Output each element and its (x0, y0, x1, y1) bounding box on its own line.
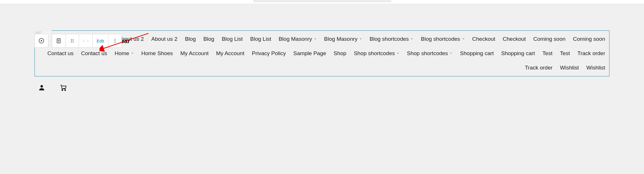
nav-item[interactable]: Wishlist (560, 65, 579, 71)
nav-item[interactable]: Shopping cart (501, 50, 535, 57)
page-icon (56, 38, 62, 44)
chevron-down-icon (359, 37, 362, 41)
chevron-down-icon (450, 51, 452, 55)
compass-icon (38, 38, 45, 44)
svg-point-14 (115, 42, 116, 43)
nav-item[interactable]: Blog List (222, 36, 243, 42)
nav-item-label: Blog List (222, 36, 243, 42)
nav-item[interactable]: Blog Masonry (324, 36, 362, 42)
chevron-down-icon (131, 51, 134, 55)
block-type-button[interactable] (35, 34, 48, 48)
svg-point-11 (73, 42, 73, 42)
edit-button-label: Edit (97, 38, 104, 43)
nav-item-label: Test (560, 50, 570, 57)
nav-item[interactable]: About us 2 (151, 36, 177, 42)
svg-point-12 (115, 39, 116, 40)
nav-item[interactable]: Wishlist (586, 65, 605, 71)
chevron-right-icon (86, 39, 89, 43)
nav-item-label: Blog shortcodes (421, 36, 460, 42)
nav-item[interactable]: Blog List (250, 36, 271, 42)
nav-item-label: Wishlist (560, 65, 579, 71)
nav-item-label: Wishlist (586, 65, 605, 71)
editor-top-bar (0, 0, 644, 4)
nav-item-label: My Account (180, 50, 209, 57)
nav-item-label: Shop shortcodes (354, 50, 395, 57)
svg-point-17 (65, 90, 66, 90)
nav-item-label: Sample Page (293, 50, 326, 57)
svg-point-16 (62, 90, 63, 90)
svg-point-7 (73, 39, 73, 40)
nav-item[interactable]: Blog shortcodes (370, 36, 413, 42)
more-options-button[interactable] (108, 34, 122, 48)
chevron-down-icon (410, 37, 413, 41)
nav-item[interactable]: Blog Masonry (279, 36, 317, 42)
nav-item-label: Coming soon (533, 36, 565, 42)
nav-item-label: Coming soon (573, 36, 605, 42)
more-vertical-icon (112, 38, 118, 43)
nav-item[interactable]: Shop shortcodes (354, 50, 400, 57)
svg-point-8 (71, 40, 72, 41)
nav-item[interactable]: Test (560, 50, 570, 57)
svg-point-15 (41, 85, 43, 88)
editor-canvas: Gear (0, 4, 644, 109)
drag-handle[interactable] (65, 34, 79, 48)
nav-item[interactable]: Privacy Policy (252, 50, 286, 57)
nav-item[interactable]: Shop shortcodes (407, 50, 453, 57)
nav-item-label: Shopping cart (501, 50, 535, 57)
chevron-down-icon (462, 37, 465, 41)
nav-item-label: Checkout (472, 36, 495, 42)
nav-item[interactable]: Coming soon (533, 36, 565, 42)
nav-item[interactable]: Contact us (47, 50, 74, 57)
chevron-down-icon (397, 51, 400, 55)
nav-item-label: Privacy Policy (252, 50, 286, 57)
nav-item[interactable]: Home (114, 50, 134, 57)
top-bar-placeholder (253, 0, 391, 2)
nav-item-label: Contact us (81, 50, 107, 57)
nav-item[interactable]: Shop (334, 50, 346, 57)
nav-item-label: Blog (203, 36, 214, 42)
nav-item[interactable]: Shopping cart (460, 50, 494, 57)
toolbar-segment: Edit (52, 34, 122, 48)
account-link[interactable] (38, 84, 45, 91)
drag-icon (70, 38, 75, 43)
nav-item-label: Home (114, 50, 129, 57)
nav-item[interactable]: Contact us (81, 50, 107, 57)
move-buttons[interactable] (79, 34, 93, 48)
cart-link[interactable] (59, 84, 67, 91)
nav-item[interactable]: Home Shoes (141, 50, 173, 57)
nav-item-label: Shop (334, 50, 346, 57)
svg-point-9 (73, 40, 73, 41)
chevron-down-icon (314, 37, 317, 41)
user-icon (38, 84, 45, 91)
nav-item-label: Track order (525, 65, 553, 71)
nav-item[interactable]: Track order (578, 50, 605, 57)
nav-item[interactable]: Blog (203, 36, 214, 42)
select-parent-button[interactable] (52, 34, 66, 48)
block-toolbar: Edit (35, 34, 122, 48)
nav-item-label: My Account (216, 50, 244, 57)
nav-item[interactable]: Blog (185, 36, 196, 42)
nav-item[interactable]: My Account (180, 50, 209, 57)
nav-item[interactable]: Test (542, 50, 553, 57)
nav-item[interactable]: Sample Page (293, 50, 326, 57)
nav-item[interactable]: Checkout (472, 36, 495, 42)
edit-button[interactable]: Edit (92, 34, 108, 48)
nav-item[interactable]: Blog shortcodes (421, 36, 465, 42)
nav-item-label: About us 2 (151, 36, 177, 42)
header-icons-row (35, 84, 609, 91)
nav-item-label: Shopping cart (460, 50, 494, 57)
nav-item-label: Contact us (47, 50, 74, 57)
nav-item-label: Blog shortcodes (370, 36, 409, 42)
nav-item[interactable]: Checkout (503, 36, 526, 42)
nav-item-label: Home Shoes (141, 50, 173, 57)
nav-item-label: Test (542, 50, 553, 57)
cart-icon (59, 84, 67, 91)
nav-item[interactable]: Track order (525, 65, 553, 71)
nav-item[interactable]: Coming soon (573, 36, 605, 42)
nav-item[interactable]: My Account (216, 50, 244, 57)
nav-item-label: Shop shortcodes (407, 50, 448, 57)
nav-item-label: Blog Masonry (279, 36, 312, 42)
nav-item-label: Blog (185, 36, 196, 42)
svg-point-6 (71, 39, 72, 40)
svg-point-13 (115, 40, 116, 41)
